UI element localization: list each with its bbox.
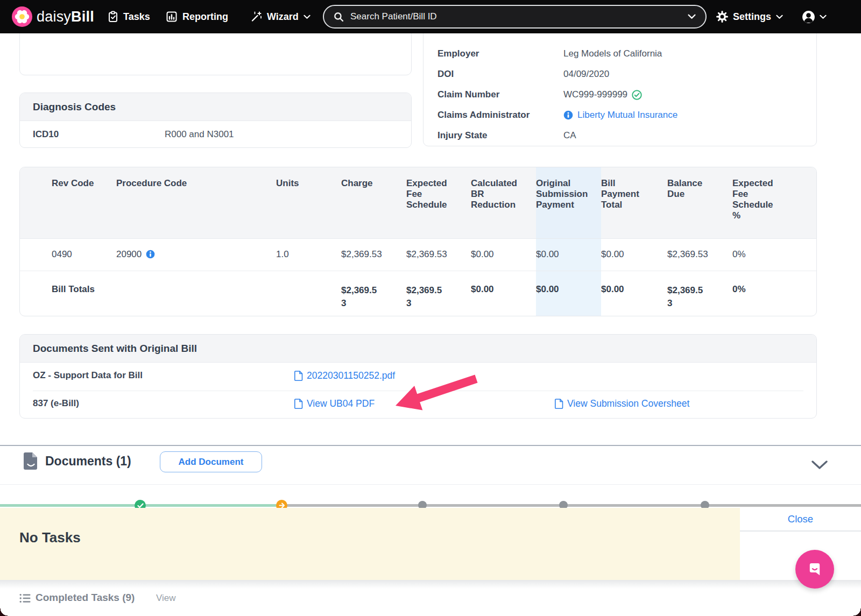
- table-header-row: Rev Code Procedure Code Units Charge Exp…: [20, 167, 816, 238]
- field-label: Claims Administrator: [437, 110, 530, 121]
- collapse-chevron-icon[interactable]: [810, 459, 829, 470]
- icd10-codes: R000 and N3001: [165, 129, 234, 140]
- nav-account-menu[interactable]: [801, 0, 827, 33]
- pdf-file-icon: [555, 399, 563, 409]
- add-document-button[interactable]: Add Document: [160, 451, 262, 472]
- bar-chart-icon: [166, 11, 178, 23]
- totals-bill-payment-total: $0.00: [601, 271, 667, 316]
- screenshot-corner: [853, 608, 861, 616]
- completed-tasks-view-link[interactable]: View: [156, 593, 176, 604]
- diagnosis-codes-title: Diagnosis Codes: [33, 101, 116, 113]
- col-rev-code: Rev Code: [20, 167, 116, 238]
- cell-calculated-br-reduction: $0.00: [471, 238, 536, 271]
- annotation-arrow: [393, 373, 482, 414]
- claim-info-row-claim-number: Claim Number WC999-999999: [424, 84, 816, 105]
- verified-check-icon: [632, 90, 642, 100]
- view-submission-coversheet-link[interactable]: View Submission Coversheet: [555, 398, 689, 409]
- totals-units: [276, 271, 341, 316]
- search-input[interactable]: [350, 11, 681, 22]
- claim-info-card: Employer Leg Models of California DOI 04…: [423, 22, 817, 146]
- documents-sent-header: Documents Sent with Original Bill: [20, 335, 816, 363]
- chevron-down-icon: [820, 15, 827, 19]
- gear-icon: [716, 11, 728, 23]
- claim-info-row-claims-admin: Claims Administrator Liberty Mutual Insu…: [424, 105, 816, 125]
- pdf-document-icon: [24, 452, 38, 470]
- page: daisyBill Tasks Reporting: [0, 0, 861, 616]
- claims-admin-link[interactable]: Liberty Mutual Insurance: [577, 110, 677, 121]
- col-expected-fee-schedule-pct: Expected Fee Schedule %: [732, 167, 816, 238]
- nav-wizard-label: Wizard: [267, 11, 299, 23]
- chat-bubble-icon: [805, 560, 824, 579]
- cell-charge: $2,369.53: [341, 238, 406, 271]
- claim-info-row-injury-state: Injury State CA: [424, 125, 816, 146]
- nav-tasks[interactable]: Tasks: [108, 0, 150, 33]
- clipboard-check-icon: [108, 11, 118, 23]
- diagnosis-row: ICD10 R000 and N3001: [20, 121, 411, 148]
- top-navbar: daisyBill Tasks Reporting: [0, 0, 861, 33]
- totals-original-submission-payment: $0.00: [536, 271, 601, 316]
- panel-shadow: [0, 580, 861, 589]
- info-icon[interactable]: [563, 110, 573, 120]
- field-value: CA: [563, 130, 576, 141]
- documents-panel-title: Documents (1): [45, 454, 131, 469]
- pdf-file-icon: [294, 371, 303, 381]
- documents-sent-title: Documents Sent with Original Bill: [33, 343, 197, 355]
- totals-label: Bill Totals: [20, 271, 116, 316]
- diagnosis-codes-card: Diagnosis Codes ICD10 R000 and N3001: [19, 93, 412, 148]
- link-text: View Submission Coversheet: [567, 398, 689, 409]
- col-original-submission-payment: Original Submission Payment: [536, 167, 601, 238]
- completed-tasks-row: Completed Tasks (9) View: [0, 589, 861, 608]
- info-icon[interactable]: [146, 250, 155, 259]
- cell-original-submission-payment: $0.00: [536, 238, 601, 271]
- nav-settings[interactable]: Settings: [716, 0, 783, 33]
- totals-expected-fee-schedule: $2,369.53: [406, 271, 471, 316]
- brand-logo[interactable]: daisyBill: [12, 6, 94, 27]
- nav-settings-label: Settings: [733, 11, 771, 23]
- chevron-down-icon: [776, 15, 783, 19]
- search-dropdown-chevron-icon[interactable]: [688, 14, 696, 19]
- field-label: Claim Number: [437, 89, 499, 100]
- tasks-close-panel: Close: [740, 508, 861, 532]
- bill-line-items-card: Rev Code Procedure Code Units Charge Exp…: [19, 167, 817, 316]
- claim-info-row-doi: DOI 04/09/2020: [424, 64, 816, 84]
- bill-line-items-table: Rev Code Procedure Code Units Charge Exp…: [20, 167, 816, 316]
- pdf-file-icon: [294, 399, 303, 409]
- brand-name: daisyBill: [37, 9, 94, 25]
- global-search[interactable]: [323, 5, 707, 29]
- check-icon: [137, 503, 144, 508]
- link-text: 20220301150252.pdf: [307, 370, 395, 381]
- claim-number-value: WC999-999999: [563, 89, 627, 100]
- completed-tasks-label: Completed Tasks (9): [36, 592, 135, 604]
- document-type-label: OZ - Support Data for Bill: [33, 370, 143, 381]
- progress-track-pending: [281, 504, 861, 507]
- claim-info-row-employer: Employer Leg Models of California: [424, 44, 816, 64]
- totals-calculated-br-reduction: $0.00: [471, 271, 536, 316]
- diagnosis-codes-header: Diagnosis Codes: [20, 93, 411, 121]
- col-units: Units: [276, 167, 341, 238]
- documents-panel-header: Documents (1) Add Document: [0, 448, 861, 479]
- close-button[interactable]: Close: [788, 513, 813, 525]
- cell-rev-code: 0490: [20, 238, 116, 271]
- no-tasks-message: No Tasks: [19, 529, 81, 546]
- totals-balance-due: $2,369.53: [667, 271, 732, 316]
- daisy-flower-icon: [12, 6, 32, 27]
- field-label: Employer: [437, 48, 479, 59]
- totals-expected-fee-schedule-pct: 0%: [732, 271, 816, 316]
- list-icon: [19, 593, 31, 604]
- chat-widget-button[interactable]: [795, 550, 834, 589]
- nav-reporting[interactable]: Reporting: [166, 0, 228, 33]
- icd10-label: ICD10: [33, 129, 59, 140]
- nav-wizard[interactable]: Wizard: [250, 0, 310, 33]
- support-data-pdf-link[interactable]: 20220301150252.pdf: [294, 370, 395, 381]
- link-text: View UB04 PDF: [307, 398, 375, 409]
- field-value: 04/09/2020: [563, 69, 609, 80]
- cell-bill-payment-total: $0.00: [601, 238, 667, 271]
- bill-totals-row: Bill Totals $2,369.53 $2,369.53 $0.00 $0…: [20, 271, 816, 316]
- field-label: DOI: [437, 69, 454, 80]
- col-calculated-br-reduction: Calculated BR Reduction: [471, 167, 536, 238]
- procedure-code-value: 20900: [116, 249, 142, 260]
- view-ub04-pdf-link[interactable]: View UB04 PDF: [294, 398, 375, 409]
- table-row: 0490 20900 1.0 $2,369.53 $2,369.53 $0.00: [20, 238, 816, 271]
- field-value: Leg Models of California: [563, 48, 662, 59]
- field-label: Injury State: [437, 130, 488, 141]
